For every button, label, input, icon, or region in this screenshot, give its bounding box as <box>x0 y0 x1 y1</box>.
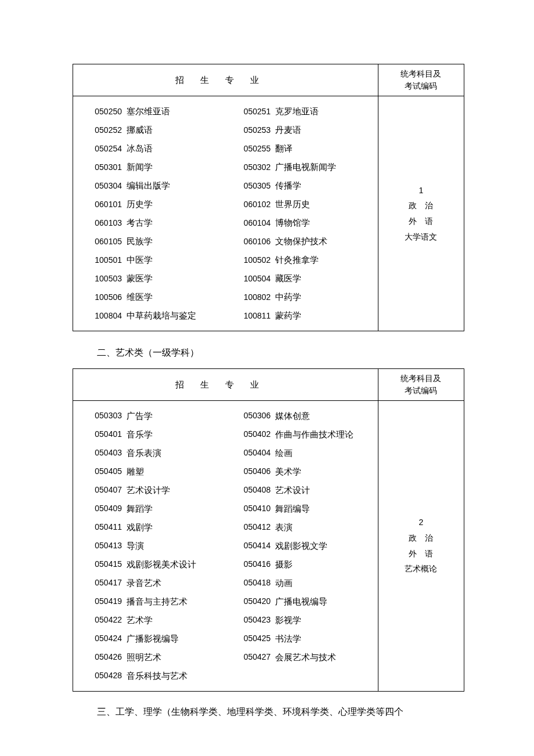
header-major-label: 招生专业 <box>175 73 275 87</box>
major-name: 作曲与作曲技术理论 <box>275 428 374 442</box>
section-3-paragraph: 三、工学、理学（生物科学类、地理科学类、环境科学类、心理学类等四个 <box>97 704 464 719</box>
major-item: 050405雕塑 <box>77 462 225 481</box>
major-item: 050253丹麦语 <box>225 121 374 139</box>
major-code: 100504 <box>225 272 275 285</box>
major-item: 050401音乐学 <box>77 425 225 444</box>
section-2-title: 二、艺术类（一级学科） <box>97 345 464 360</box>
major-code: 050251 <box>225 105 275 118</box>
major-item: 050250塞尔维亚语 <box>77 102 225 121</box>
major-code: 050401 <box>77 428 127 440</box>
major-code: 100804 <box>77 309 127 322</box>
major-item: 050404绘画 <box>225 444 374 462</box>
exam-line: 外 语 <box>381 546 461 562</box>
header-major: 招生专业 <box>73 64 378 96</box>
major-code: 050414 <box>225 539 275 552</box>
major-name: 蒙医学 <box>127 272 225 285</box>
major-item: 100804中草药栽培与鉴定 <box>77 306 225 325</box>
major-item: 100501中医学 <box>77 251 225 269</box>
major-name: 广播影视编导 <box>127 632 225 646</box>
major-name: 文物保护技术 <box>275 234 374 248</box>
major-item: 050422艺术学 <box>77 611 225 630</box>
major-code: 050402 <box>225 428 275 440</box>
major-item: 050418动画 <box>225 574 374 592</box>
majors-grid-1: 050250塞尔维亚语050251克罗地亚语050252挪威语050253丹麦语… <box>77 102 374 325</box>
major-name: 媒体创意 <box>275 409 374 423</box>
major-name: 挪威语 <box>127 123 225 137</box>
major-name: 中药学 <box>275 290 374 304</box>
major-code: 050255 <box>225 142 275 155</box>
exam-line: 外 语 <box>381 214 461 229</box>
major-item: 050425书法学 <box>225 630 374 648</box>
majors-body-2: 050303广告学050306媒体创意050401音乐学050402作曲与作曲技… <box>73 400 378 691</box>
major-code: 050301 <box>77 161 127 173</box>
major-name: 中医学 <box>127 253 225 267</box>
major-item: 100503蒙医学 <box>77 269 225 288</box>
major-item: 050254冰岛语 <box>77 139 225 158</box>
major-name: 录音艺术 <box>127 576 225 590</box>
major-item: 060103考古学 <box>77 214 225 232</box>
major-name: 戏剧学 <box>127 520 225 534</box>
major-name: 音乐科技与艺术 <box>127 669 225 683</box>
major-item: 050252挪威语 <box>77 121 225 139</box>
major-item: 060102世界历史 <box>225 195 374 214</box>
major-name: 影视学 <box>275 613 374 627</box>
major-code: 050403 <box>77 446 127 459</box>
major-code: 050425 <box>225 632 275 645</box>
major-item: 100504藏医学 <box>225 269 374 288</box>
major-name: 藏医学 <box>275 272 374 285</box>
major-name: 冰岛语 <box>127 142 225 155</box>
major-item: 050415戏剧影视美术设计 <box>77 555 225 574</box>
major-code: 050426 <box>77 650 127 663</box>
major-name: 书法学 <box>275 632 374 646</box>
major-item: 060101历史学 <box>77 195 225 214</box>
major-code: 050253 <box>225 124 275 136</box>
major-code: 050410 <box>225 502 275 515</box>
major-name: 戏剧影视美术设计 <box>127 558 225 571</box>
majors-body-1: 050250塞尔维亚语050251克罗地亚语050252挪威语050253丹麦语… <box>73 96 378 331</box>
majors-grid-2: 050303广告学050306媒体创意050401音乐学050402作曲与作曲技… <box>77 407 374 685</box>
major-item: 060104博物馆学 <box>225 214 374 232</box>
major-name: 针灸推拿学 <box>275 253 374 267</box>
major-item: 050302广播电视新闻学 <box>225 158 374 176</box>
major-name: 编辑出版学 <box>127 179 225 193</box>
major-name: 新闻学 <box>127 160 225 174</box>
major-item: 050420广播电视编导 <box>225 592 374 611</box>
exam-cell-2: 2 政 治 外 语 艺术概论 <box>378 400 464 691</box>
major-item: 050251克罗地亚语 <box>225 102 374 121</box>
major-code: 050422 <box>77 613 127 626</box>
major-code: 050252 <box>77 124 127 136</box>
major-name: 塞尔维亚语 <box>127 104 225 118</box>
exam-line: 政 治 <box>381 530 461 546</box>
major-item: 050427会展艺术与技术 <box>225 648 374 667</box>
major-item: 050407艺术设计学 <box>77 481 225 500</box>
exam-cell-1: 1 政 治 外 语 大学语文 <box>378 96 464 331</box>
major-code: 050407 <box>77 483 127 496</box>
major-name: 表演 <box>275 520 374 534</box>
major-name: 翻译 <box>275 142 374 155</box>
major-code: 050404 <box>225 446 275 459</box>
major-code: 050423 <box>225 613 275 626</box>
major-item: 100811蒙药学 <box>225 306 374 325</box>
major-name: 蒙药学 <box>275 309 374 323</box>
major-code: 050416 <box>225 558 275 570</box>
header-exam-l1: 统考科目及 <box>400 69 441 78</box>
major-item: 050408艺术设计 <box>225 481 374 500</box>
major-item: 050303广告学 <box>77 407 225 425</box>
major-code: 050417 <box>77 576 127 589</box>
major-name: 舞蹈学 <box>127 502 225 516</box>
major-code: 050415 <box>77 558 127 570</box>
major-name: 音乐表演 <box>127 446 225 460</box>
major-item: 050306媒体创意 <box>225 407 374 425</box>
major-name: 会展艺术与技术 <box>275 650 374 664</box>
major-item: 050411戏剧学 <box>77 518 225 537</box>
major-name: 音乐学 <box>127 428 225 442</box>
major-code: 050303 <box>77 409 127 422</box>
major-name: 艺术设计学 <box>127 483 225 497</box>
major-code: 050412 <box>225 520 275 533</box>
major-code: 060105 <box>77 235 127 248</box>
major-name: 舞蹈编导 <box>275 502 374 516</box>
header-major-label: 招生专业 <box>175 378 275 392</box>
major-item: 050410舞蹈编导 <box>225 500 374 518</box>
header-exam: 统考科目及 考试编码 <box>378 64 464 96</box>
major-name: 艺术学 <box>127 613 225 627</box>
